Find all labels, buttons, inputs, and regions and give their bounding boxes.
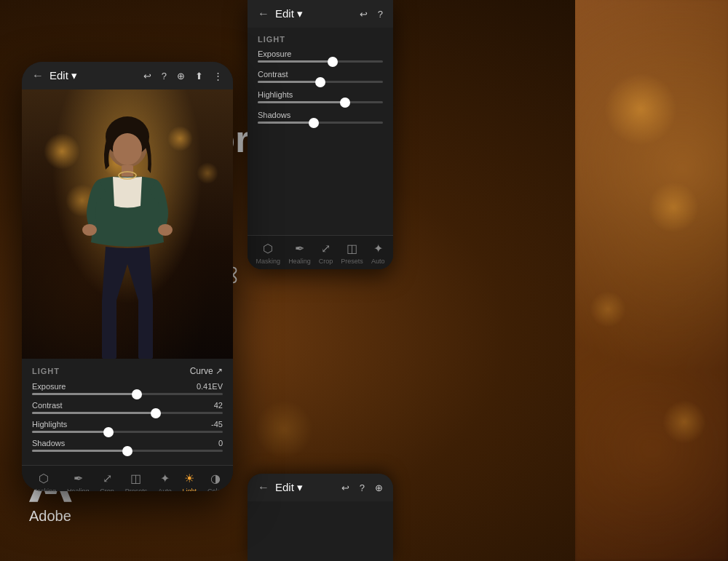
- top-shadows-track[interactable]: [258, 122, 383, 124]
- phone-bottom-header: ← Edit ▾ ↩ ? ⊕: [248, 474, 393, 501]
- share-icon-main[interactable]: ⬆: [195, 71, 203, 81]
- tool-color[interactable]: ◑ Color: [207, 472, 223, 491]
- masking-icon: ⬡: [39, 472, 49, 485]
- light-section-label: LIGHT: [32, 367, 60, 375]
- presets-label-top: Presets: [341, 258, 363, 265]
- top-tool-auto[interactable]: ✦ Auto: [371, 242, 385, 265]
- phone-top: ← Edit ▾ ↩ ? LIGHT Exposure C: [248, 0, 393, 269]
- header-icons-bottom: ↩ ? ⊕: [341, 482, 383, 493]
- right-background: [575, 0, 728, 561]
- svg-rect-27: [138, 299, 153, 359]
- tool-presets[interactable]: ◫ Presets: [125, 472, 148, 491]
- undo-icon-bottom[interactable]: ↩: [341, 482, 349, 493]
- tool-healing[interactable]: ✒ Healing: [67, 472, 90, 491]
- svg-point-22: [113, 133, 142, 165]
- presets-icon-top: ◫: [347, 242, 357, 255]
- back-icon-bottom[interactable]: ←: [258, 481, 269, 494]
- top-tool-crop[interactable]: ⤢ Crop: [319, 242, 333, 265]
- top-tool-masking[interactable]: ⬡ Masking: [256, 242, 281, 265]
- tool-crop[interactable]: ⤢ Crop: [100, 472, 114, 491]
- light-header: LIGHT Curve ↗: [32, 366, 223, 376]
- top-contrast-track[interactable]: [258, 81, 383, 83]
- contrast-thumb[interactable]: [151, 408, 161, 418]
- highlights-fill: [32, 431, 108, 433]
- shadows-value: 0: [218, 439, 223, 447]
- help-icon-main[interactable]: ?: [162, 71, 167, 81]
- masking-icon-top: ⬡: [263, 242, 273, 255]
- highlights-thumb[interactable]: [103, 427, 114, 437]
- top-exposure-row: Exposure: [258, 49, 383, 63]
- contrast-value: 42: [214, 401, 223, 410]
- bottom-panel: LIGHT Curve ↗ Exposure 0.41EV Contrast 4…: [22, 359, 233, 465]
- top-slider-section: LIGHT Exposure Contrast: [248, 28, 393, 235]
- undo-icon-main[interactable]: ↩: [143, 71, 151, 81]
- auto-label: Auto: [158, 488, 172, 491]
- auto-label-top: Auto: [371, 258, 385, 265]
- highlights-row: Highlights -45: [32, 420, 223, 433]
- back-icon-main[interactable]: ←: [32, 69, 44, 82]
- exposure-thumb[interactable]: [132, 389, 142, 399]
- exposure-track[interactable]: [32, 393, 223, 395]
- top-exposure-fill: [258, 60, 333, 63]
- back-icon-top[interactable]: ←: [258, 7, 269, 20]
- top-shadows-fill: [258, 122, 314, 124]
- top-tool-presets[interactable]: ◫ Presets: [341, 242, 363, 265]
- top-shadows-thumb[interactable]: [309, 118, 319, 128]
- healing-label-top: Healing: [288, 258, 311, 265]
- help-icon-top[interactable]: ?: [378, 9, 383, 20]
- svg-point-25: [158, 224, 173, 236]
- phone-bottom: ← Edit ▾ ↩ ? ⊕: [248, 474, 393, 561]
- healing-label: Healing: [67, 488, 90, 491]
- curve-label[interactable]: Curve ↗: [190, 366, 223, 376]
- edit-title-top[interactable]: Edit ▾: [275, 7, 303, 20]
- top-exposure-thumb[interactable]: [328, 57, 338, 67]
- header-icons-main: ↩ ? ⊕ ⬆ ⋮: [143, 71, 223, 81]
- add-icon-bottom[interactable]: ⊕: [375, 482, 383, 493]
- phone-main-header: ← Edit ▾ ↩ ? ⊕ ⬆ ⋮: [22, 62, 233, 89]
- contrast-row: Contrast 42: [32, 401, 223, 414]
- contrast-track[interactable]: [32, 412, 223, 414]
- top-exposure-track[interactable]: [258, 60, 383, 63]
- phone-photo: [22, 89, 233, 359]
- tool-masking[interactable]: ⬡ Masking: [31, 472, 56, 491]
- contrast-fill: [32, 412, 156, 414]
- help-icon-bottom[interactable]: ?: [360, 482, 365, 493]
- highlights-track[interactable]: [32, 431, 223, 433]
- edit-title-main[interactable]: Edit ▾: [50, 69, 77, 82]
- shadows-track[interactable]: [32, 450, 223, 452]
- tool-light[interactable]: ☀ Light: [183, 472, 197, 491]
- top-tool-healing[interactable]: ✒ Healing: [288, 242, 311, 265]
- undo-icon-top[interactable]: ↩: [360, 9, 368, 20]
- add-icon-main[interactable]: ⊕: [177, 71, 185, 81]
- top-highlights-track[interactable]: [258, 101, 383, 103]
- exposure-name: Exposure: [32, 382, 66, 391]
- highlights-value: -45: [211, 420, 223, 429]
- phone-main: ← Edit ▾ ↩ ? ⊕ ⬆ ⋮: [22, 62, 233, 491]
- auto-icon-top: ✦: [373, 242, 383, 255]
- top-contrast-label: Contrast: [258, 70, 288, 79]
- phone-top-header: ← Edit ▾ ↩ ?: [248, 0, 393, 28]
- top-contrast-thumb[interactable]: [315, 77, 325, 87]
- edit-title-bottom[interactable]: Edit ▾: [275, 481, 303, 494]
- crop-label: Crop: [100, 488, 114, 491]
- svg-point-24: [82, 224, 97, 236]
- shadows-thumb[interactable]: [122, 446, 132, 456]
- crop-icon-top: ⤢: [321, 242, 331, 255]
- header-icons-top: ↩ ?: [360, 9, 383, 20]
- main-toolbar: ⬡ Masking ✒ Healing ⤢ Crop ◫ Presets ✦ A…: [22, 465, 233, 491]
- more-icon-main[interactable]: ⋮: [213, 71, 223, 81]
- top-highlights-thumb[interactable]: [340, 98, 350, 108]
- highlights-name: Highlights: [32, 420, 67, 429]
- top-contrast-row: Contrast: [258, 70, 383, 83]
- svg-rect-26: [102, 299, 116, 359]
- light-label: Light: [183, 488, 197, 491]
- contrast-name: Contrast: [32, 401, 63, 410]
- healing-icon-top: ✒: [295, 242, 304, 255]
- tool-auto[interactable]: ✦ Auto: [158, 472, 172, 491]
- shadows-name: Shadows: [32, 439, 65, 447]
- top-highlights-label: Highlights: [258, 90, 293, 99]
- shadows-fill: [32, 450, 127, 452]
- light-tool-icon: ☀: [184, 472, 194, 485]
- top-exposure-label: Exposure: [258, 49, 291, 58]
- woman-figure: [40, 111, 215, 359]
